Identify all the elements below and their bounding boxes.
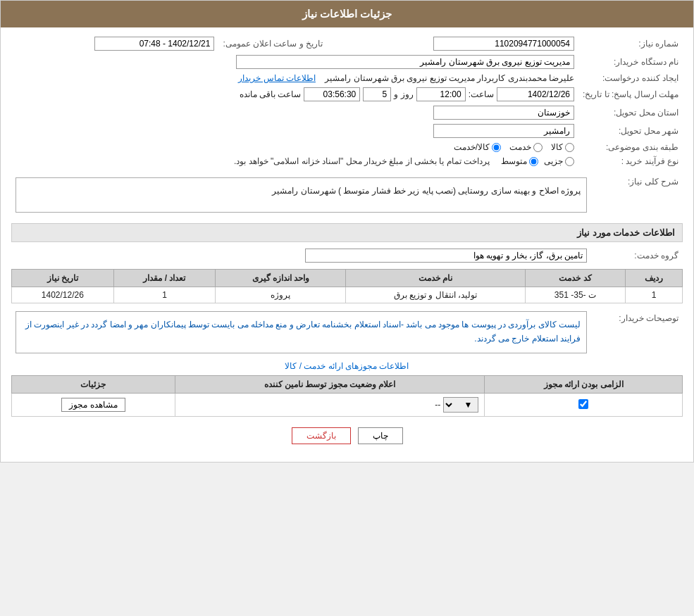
- cell-name: تولید، انتقال و توزیع برق: [346, 287, 525, 303]
- cell-unit: پروژه: [216, 287, 346, 303]
- need-number-input[interactable]: [433, 37, 574, 51]
- page-header: جزئیات اطلاعات نیاز: [1, 1, 693, 27]
- table-row: 1 ت -35- 351 تولید، انتقال و توزیع برق پ…: [12, 287, 683, 303]
- view-license-button[interactable]: مشاهده مجوز: [61, 398, 125, 412]
- description-box: پروژه اصلاح و بهینه سازی روستایی (نصب پا…: [16, 177, 587, 213]
- buyer-notes-box: لیست کالای برآوردی در پیوست ها موجود می …: [16, 311, 587, 353]
- license-status-select[interactable]: ▼: [443, 397, 478, 413]
- footer-buttons: بازگشت چاپ: [11, 417, 683, 455]
- cell-code: ت -35- 351: [525, 287, 626, 303]
- buyer-name-input[interactable]: [236, 55, 574, 69]
- services-table: ردیف کد خدمت نام خدمت واحد اندازه گیری ت…: [11, 269, 683, 303]
- services-section-title: اطلاعات خدمات مورد نیاز: [11, 223, 683, 242]
- announcement-input[interactable]: [94, 37, 214, 51]
- col-unit: واحد اندازه گیری: [216, 270, 346, 287]
- category-khedmat-option[interactable]: خدمت: [509, 142, 543, 152]
- province-input[interactable]: [433, 106, 574, 120]
- need-number-label: شماره نیاز:: [578, 34, 683, 53]
- cell-date: 1402/12/26: [12, 287, 114, 303]
- deadline-date-input[interactable]: [497, 87, 574, 101]
- deadline-days-input[interactable]: [363, 87, 391, 101]
- license-required-cell: [485, 394, 683, 417]
- col-date: تاریخ نیاز: [12, 270, 114, 287]
- purchase-note: پرداخت تمام یا بخشی از مبلغ خریدار محل "…: [234, 156, 490, 166]
- deadline-remaining-label: ساعت باقی مانده: [240, 89, 302, 99]
- license-col-required: الزامی بودن ارائه مجوز: [485, 376, 683, 394]
- category-label: طبقه بندی موضوعی:: [578, 140, 683, 154]
- city-label: شهر محل تحویل:: [578, 122, 683, 140]
- purchase-type-label: نوع فرآیند خرید :: [578, 154, 683, 168]
- announcement-label: تاریخ و ساعت اعلان عمومی:: [218, 34, 337, 53]
- deadline-remaining-input[interactable]: [304, 87, 360, 101]
- license-col-status: اعلام وضعیت مجوز توسط نامین کننده: [175, 376, 485, 394]
- purchase-jozi-option[interactable]: جزیی: [544, 156, 574, 166]
- service-group-input[interactable]: [305, 249, 587, 263]
- buyer-notes-label: توصیحات خریدار:: [591, 309, 683, 356]
- category-kala-khedmat-option[interactable]: کالا/خدمت: [454, 142, 501, 152]
- license-table: الزامی بودن ارائه مجوز اعلام وضعیت مجوز …: [11, 375, 683, 417]
- license-detail-cell: مشاهده مجوز: [12, 394, 175, 417]
- creator-value: علیرضا محمدبندری کاربردار مدیریت توزیع ن…: [325, 73, 574, 83]
- col-qty: تعداد / مقدار: [113, 270, 216, 287]
- service-group-label: گروه خدمت:: [591, 246, 683, 265]
- print-button[interactable]: چاپ: [358, 427, 403, 444]
- license-row: ▼ -- مشاهده مجوز: [12, 394, 683, 417]
- city-input[interactable]: [433, 124, 574, 138]
- license-section-link[interactable]: اطلاعات مجوزهای ارائه خدمت / کالا: [285, 361, 409, 371]
- contact-link[interactable]: اطلاعات تماس خریدار: [238, 73, 316, 83]
- province-label: استان محل تحویل:: [578, 103, 683, 122]
- creator-label: ایجاد کننده درخواست:: [578, 71, 683, 85]
- back-button[interactable]: بازگشت: [292, 427, 351, 444]
- deadline-time-label: ساعت:: [469, 89, 494, 99]
- license-col-detail: جزئیات: [12, 376, 175, 394]
- description-label: شرح کلی نیاز:: [591, 172, 683, 218]
- category-kala-option[interactable]: کالا: [551, 142, 574, 152]
- license-status-value: --: [435, 400, 440, 410]
- buyer-name-label: نام دستگاه خریدار:: [578, 53, 683, 71]
- deadline-label: مهلت ارسال پاسخ: تا تاریخ:: [578, 85, 683, 103]
- cell-row: 1: [626, 287, 683, 303]
- license-status-cell: ▼ --: [175, 394, 485, 417]
- license-required-checkbox[interactable]: [578, 399, 588, 409]
- deadline-time-input[interactable]: [416, 87, 466, 101]
- col-name: نام خدمت: [346, 270, 525, 287]
- cell-qty: 1: [113, 287, 216, 303]
- page-title: جزئیات اطلاعات نیاز: [302, 8, 392, 20]
- deadline-day-label: روز و: [394, 89, 413, 99]
- col-code: کد خدمت: [525, 270, 626, 287]
- col-row: ردیف: [626, 270, 683, 287]
- purchase-mottaset-option[interactable]: متوسط: [501, 156, 538, 166]
